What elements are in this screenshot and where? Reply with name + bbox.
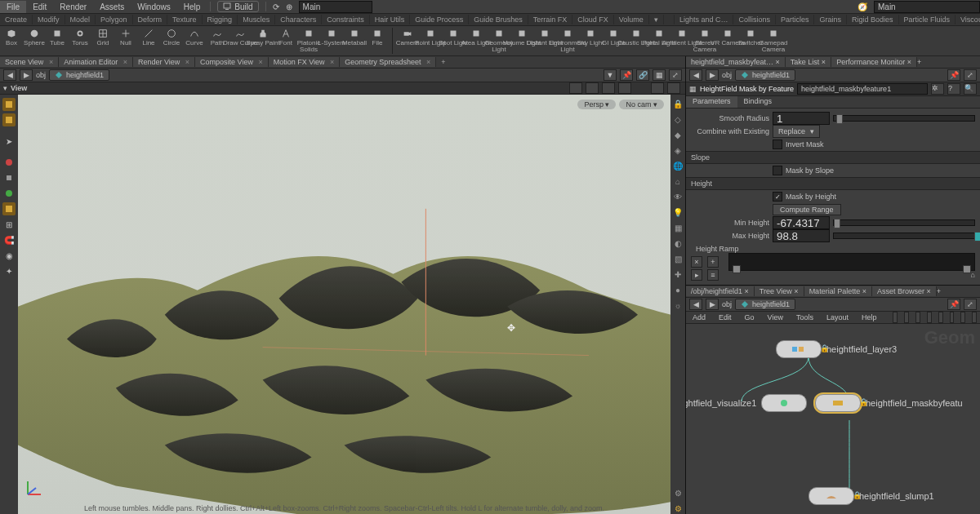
min-height-input[interactable] bbox=[773, 216, 830, 229]
shelf-tool-vrcamera[interactable]: VR Camera bbox=[716, 26, 739, 55]
path-obj[interactable]: obj bbox=[36, 71, 46, 79]
net-btn-6-icon[interactable] bbox=[950, 312, 955, 323]
mask-by-height-checkbox[interactable] bbox=[773, 192, 782, 202]
npath-node[interactable]: heightfield1 bbox=[735, 299, 795, 310]
shelf-tab-a-6[interactable]: Rigging bbox=[203, 15, 238, 24]
lock-icon[interactable]: 🔒 bbox=[672, 98, 684, 109]
shelf-tab-a-9[interactable]: Constraints bbox=[322, 15, 370, 24]
search-field[interactable]: Main bbox=[874, 1, 980, 13]
shelf-tab-b-0[interactable]: Lights and C… bbox=[675, 15, 734, 24]
left-tab-1[interactable]: Animation Editor × bbox=[59, 57, 133, 67]
help-icon[interactable]: ? bbox=[947, 83, 960, 95]
exposure-icon[interactable]: ☼ bbox=[672, 299, 684, 311]
ntab-asset[interactable]: Asset Browser × bbox=[872, 286, 937, 296]
vp-tool-settings-icon[interactable] bbox=[667, 82, 680, 94]
shelf-tool-tube[interactable]: Tube bbox=[46, 26, 69, 55]
viewport[interactable]: ✥ Persp ▾ No cam ▾ Left mouse tumbles. M… bbox=[18, 95, 670, 514]
camera-persp-pill[interactable]: Persp ▾ bbox=[577, 100, 616, 109]
net-menu-add[interactable]: Add bbox=[689, 312, 709, 322]
search-icon[interactable]: 🔍 bbox=[964, 83, 977, 95]
link-icon[interactable]: 🔗 bbox=[636, 69, 649, 81]
shelf-tool-metaball[interactable]: Metaball bbox=[343, 26, 366, 55]
smooth-radius-input[interactable] bbox=[773, 112, 830, 125]
add-right-tab-icon[interactable]: + bbox=[917, 58, 921, 66]
camera-nocam-pill[interactable]: No cam ▾ bbox=[619, 100, 664, 109]
add-pane-tab-icon[interactable]: + bbox=[436, 57, 450, 67]
shelf-tab-b-5[interactable]: Particle Fluids bbox=[899, 15, 956, 24]
shelf-tab-a-13[interactable]: Terrain FX bbox=[528, 15, 573, 24]
net-btn-8-icon[interactable] bbox=[972, 312, 977, 323]
shelf-tool-font[interactable]: Font bbox=[274, 26, 297, 55]
shaded-icon[interactable]: ◐ bbox=[672, 237, 684, 249]
shelf-tab-a-14[interactable]: Cloud FX bbox=[572, 15, 614, 24]
shelf-tool-circle[interactable]: Circle bbox=[160, 26, 183, 55]
net-menu-layout[interactable]: Layout bbox=[823, 312, 852, 322]
display-icon[interactable]: ◇ bbox=[672, 113, 684, 125]
shelf-tool-lsystem[interactable]: L-System bbox=[320, 26, 343, 55]
menu-file[interactable]: File bbox=[0, 1, 26, 13]
rpath-node[interactable]: heightfield1 bbox=[735, 69, 795, 81]
menu-windows[interactable]: Windows bbox=[131, 1, 177, 13]
network-view[interactable]: Geom 🔒 heightfield_layer3 ightfield_visu… bbox=[686, 324, 980, 514]
combine-dropdown[interactable]: Replace▾ bbox=[773, 125, 820, 138]
menu-edit[interactable]: Edit bbox=[26, 1, 53, 13]
ntab-path[interactable]: /obj/heightfield1 × bbox=[686, 286, 755, 296]
npin-icon[interactable]: 📌 bbox=[947, 299, 960, 310]
light-icon[interactable]: 💡 bbox=[672, 206, 684, 218]
ramp-menu-icon[interactable]: ≡ bbox=[707, 269, 719, 281]
path-node[interactable]: heightfield1 bbox=[49, 69, 109, 81]
misc-tool-icon[interactable]: ✦ bbox=[2, 264, 16, 277]
search-icon[interactable]: 🧭 bbox=[858, 2, 867, 11]
shelf-tab-a-3[interactable]: Polygon bbox=[96, 15, 133, 24]
ramp-close-icon[interactable]: × bbox=[691, 256, 702, 268]
shelf-tool-line[interactable]: Line bbox=[137, 26, 160, 55]
vp-tool-1-icon[interactable] bbox=[569, 82, 582, 94]
rtab-takelist[interactable]: Take List × bbox=[786, 57, 831, 67]
smooth-radius-slider[interactable] bbox=[833, 115, 975, 122]
shelf-tool-platonic[interactable]: Platonic Solids bbox=[297, 26, 320, 55]
net-menu-go[interactable]: Go bbox=[742, 312, 758, 322]
sphere-tool-icon[interactable] bbox=[2, 156, 16, 169]
shelf-tab-a-10[interactable]: Hair Utils bbox=[370, 15, 411, 24]
shelf-tool-gamepad[interactable]: Gamepad Camera bbox=[762, 26, 785, 55]
invert-mask-checkbox[interactable] bbox=[773, 140, 782, 149]
snap-tool-icon[interactable]: ⊞ bbox=[2, 218, 16, 231]
compute-range-button[interactable]: Compute Range bbox=[773, 204, 841, 215]
green-tool-icon[interactable] bbox=[2, 187, 16, 200]
shelf-tool-torus[interactable]: Torus bbox=[69, 26, 91, 55]
magnet-tool-icon[interactable]: 🧲 bbox=[2, 233, 16, 246]
shelf-tool-file[interactable]: File bbox=[366, 26, 389, 55]
shelf-tool-sphere[interactable]: Sphere bbox=[23, 26, 46, 55]
node-heightfield-visualize1[interactable]: ightfield_visualize1 bbox=[686, 394, 807, 412]
home-icon[interactable]: ⌂ bbox=[672, 175, 684, 187]
guide-icon[interactable]: ✚ bbox=[672, 268, 684, 280]
min-height-slider[interactable] bbox=[833, 219, 975, 226]
shelf-tool-grid[interactable]: Grid bbox=[91, 26, 114, 55]
net-menu-view[interactable]: View bbox=[764, 312, 786, 322]
rtab-maskbyfeature[interactable]: heightfield_maskbyfeat… × bbox=[686, 57, 786, 67]
shelf-tab-a-4[interactable]: Deform bbox=[133, 15, 168, 24]
node-name-field[interactable]: heightfield_maskbyfeature1 bbox=[797, 83, 928, 95]
select-tool-icon[interactable] bbox=[2, 98, 16, 111]
chevron-down-icon[interactable]: ▾ bbox=[3, 84, 7, 92]
net-btn-3-icon[interactable] bbox=[915, 312, 920, 323]
left-tab-5[interactable]: Geometry Spreadsheet × bbox=[340, 57, 436, 67]
rnav-back-icon[interactable]: ◀ bbox=[689, 69, 702, 81]
shelf-tab-b-6[interactable]: Viscous Fluids bbox=[956, 15, 980, 24]
menu-render[interactable]: Render bbox=[53, 1, 93, 13]
pin-icon[interactable]: 📌 bbox=[620, 69, 633, 81]
nav-back-icon[interactable]: ◀ bbox=[3, 69, 16, 81]
box-tool-icon[interactable] bbox=[2, 171, 16, 184]
left-tab-3[interactable]: Composite View × bbox=[195, 57, 269, 67]
shelf-tab-b-4[interactable]: Rigid Bodies bbox=[847, 15, 899, 24]
arrow-tool-icon[interactable]: ➤ bbox=[2, 135, 16, 148]
vp-tool-3-icon[interactable] bbox=[602, 82, 615, 94]
shelf-tool-null[interactable]: Null bbox=[114, 26, 137, 55]
ramp-prev-icon[interactable]: ▸ bbox=[691, 269, 702, 281]
nnav-back-icon[interactable]: ◀ bbox=[689, 299, 702, 310]
cook-icon[interactable]: ⟳ bbox=[273, 2, 279, 11]
select-tool-2-icon[interactable] bbox=[2, 113, 16, 126]
net-btn-4-icon[interactable] bbox=[927, 312, 932, 323]
shelf-tab-a-7[interactable]: Muscles bbox=[238, 15, 275, 24]
display2-icon[interactable]: ◆ bbox=[672, 129, 684, 140]
